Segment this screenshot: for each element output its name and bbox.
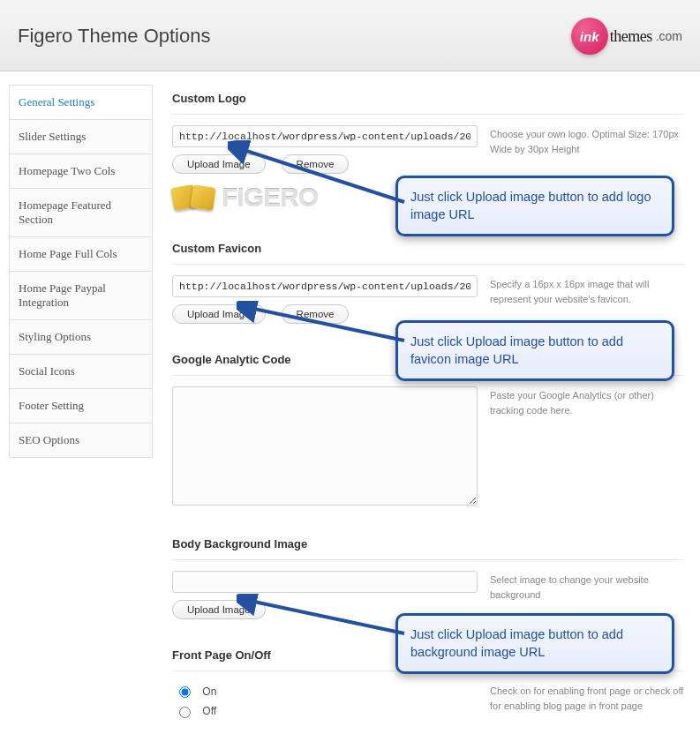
front-page-off-text: Off [202, 705, 216, 717]
sidebar-item-homepage-featured[interactable]: Homepage Featured Section [10, 189, 152, 237]
analytics-help: Paste your Google Analytics (or other) t… [490, 386, 684, 508]
remove-logo-button[interactable]: Remove [282, 154, 350, 174]
section-title-custom-logo: Custom Logo [172, 85, 684, 115]
sidebar-item-paypal-integration[interactable]: Home Page Paypal Integration [10, 272, 152, 320]
callout-bg: Just click Upload image button to add ba… [395, 613, 674, 674]
sidebar: General Settings Slider Settings Homepag… [9, 85, 153, 458]
sidebar-item-general-settings[interactable]: General Settings [10, 86, 152, 120]
front-page-help: Check on for enabling front page or chec… [490, 682, 684, 722]
main-panel: Custom Logo Upload Image Remove FIGERO [153, 71, 700, 734]
front-page-off-radio[interactable] [179, 707, 191, 718]
analytics-textarea[interactable] [172, 386, 478, 506]
section-title-body-bg: Body Background Image [172, 530, 684, 560]
sidebar-item-slider-settings[interactable]: Slider Settings [10, 120, 152, 154]
sidebar-item-homepage-two-cols[interactable]: Homepage Two Cols [10, 154, 152, 189]
logo-domain: .com [656, 29, 682, 43]
remove-favicon-button[interactable]: Remove [282, 304, 350, 324]
sidebar-item-seo-options[interactable]: SEO Options [10, 423, 152, 457]
logo-text: themes [610, 27, 652, 46]
dice-icon [172, 186, 215, 209]
sidebar-item-footer-setting[interactable]: Footer Setting [10, 389, 152, 423]
custom-logo-input[interactable] [172, 125, 478, 147]
header: Figero Theme Options ink themes .com [0, 0, 700, 71]
upload-logo-button[interactable]: Upload Image [172, 154, 266, 174]
custom-favicon-input[interactable] [172, 275, 478, 297]
upload-body-bg-button[interactable]: Upload Image [172, 600, 266, 619]
sidebar-item-home-full-cols[interactable]: Home Page Full Cols [10, 237, 152, 272]
sidebar-item-social-icons[interactable]: Social Icons [10, 355, 152, 389]
front-page-on-radio[interactable] [179, 686, 191, 698]
callout-favicon: Just click Upload image button to add fa… [395, 320, 674, 381]
logo-preview-text: FIGERO [222, 183, 318, 213]
custom-favicon-help: Specify a 16px x 16px image that will re… [490, 275, 684, 324]
front-page-off-label[interactable]: Off [172, 701, 478, 721]
body-bg-input[interactable] [172, 571, 478, 593]
logo-circle-icon: ink [571, 18, 608, 55]
front-page-on-label[interactable]: On [172, 682, 478, 701]
front-page-on-text: On [202, 685, 216, 698]
upload-favicon-button[interactable]: Upload Image [172, 304, 266, 324]
brand-logo: ink themes .com [571, 18, 682, 55]
page-title: Figero Theme Options [18, 25, 210, 48]
sidebar-item-styling-options[interactable]: Styling Options [10, 320, 152, 355]
section-title-custom-favicon: Custom Favicon [172, 235, 684, 265]
body-bg-help: Select image to change your website back… [490, 571, 684, 619]
callout-logo: Just click Upload image button to add lo… [395, 176, 674, 236]
